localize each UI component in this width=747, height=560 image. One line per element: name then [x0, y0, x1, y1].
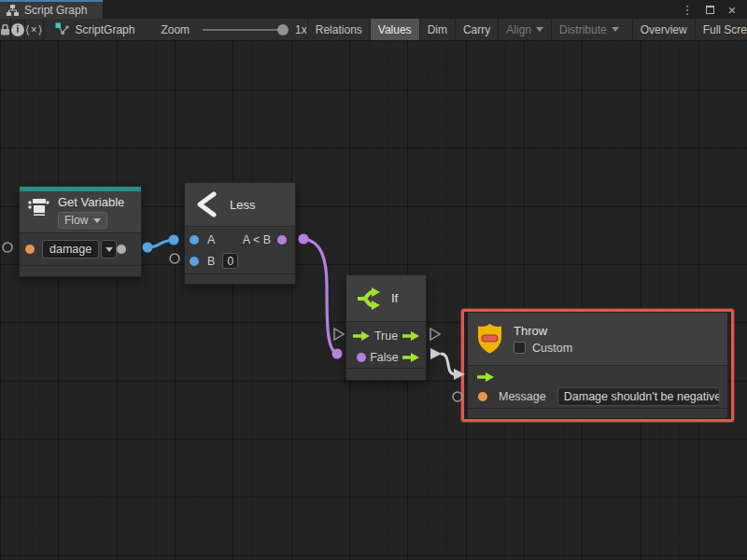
message-input-port[interactable] [478, 392, 487, 401]
result-output-port[interactable] [277, 235, 287, 245]
true-output-port[interactable] [402, 330, 419, 342]
unconnected-flow-triangle [334, 329, 344, 340]
title-bar: Script Graph ⋮ × [0, 0, 747, 19]
input-b-value-field[interactable]: 0 [222, 253, 238, 269]
variable-kind-dropdown[interactable]: Flow [58, 212, 107, 229]
zoom-slider-handle[interactable] [277, 24, 289, 35]
throw-message-row: Message Damage shouldn't be negative! [468, 385, 727, 408]
selection-highlight: Throw Custom Message Damage shou [461, 309, 734, 422]
custom-label: Custom [532, 342, 572, 355]
variable-kind-label: Flow [64, 214, 88, 227]
zoom-slider[interactable] [203, 29, 283, 31]
node-title: Throw [514, 324, 572, 338]
graph-hierarchy-icon [7, 5, 19, 16]
node-title: If [391, 291, 398, 305]
overview-button[interactable]: Overview [632, 19, 695, 40]
condition-input-port[interactable] [357, 353, 366, 362]
script-graph-window: Script Graph ⋮ × i ⟨×⟩ [0, 0, 747, 560]
throw-header: Throw Custom [468, 313, 727, 366]
variable-icon [27, 195, 50, 217]
false-output-port[interactable] [402, 352, 419, 363]
input-b-port[interactable] [190, 257, 199, 266]
values-button[interactable]: Values [370, 19, 419, 40]
input-a-label: A [207, 233, 215, 246]
align-dropdown[interactable]: Align [498, 19, 551, 40]
graph-asset-name: ScriptGraph [75, 23, 134, 36]
variable-name-port[interactable] [25, 245, 35, 254]
get-variable-body: damage [20, 233, 141, 265]
graph-asset-label: ScriptGraph [48, 19, 142, 40]
message-input[interactable]: Damage shouldn't be negative! [557, 387, 720, 406]
node-title: Less [230, 198, 255, 212]
node-footer [346, 368, 426, 380]
chevron-down-icon [612, 27, 619, 32]
output-label: A < B [243, 233, 271, 246]
if-header: If [346, 275, 426, 322]
info-button[interactable]: i [11, 19, 25, 40]
unconnected-port-ring [170, 254, 179, 263]
carry-button[interactable]: Carry [455, 19, 498, 40]
node-title: Get Variable [58, 195, 124, 209]
fullscreen-button[interactable]: Full Screen [695, 19, 747, 40]
flow-input-port[interactable] [477, 371, 494, 383]
value-output-port[interactable] [117, 245, 126, 254]
zoom-label: Zoom [161, 23, 190, 36]
less-header: Less [185, 183, 295, 227]
wire-if-to-throw [441, 354, 455, 374]
lock-icon [0, 23, 10, 35]
distribute-label: Distribute [559, 23, 607, 36]
script-graph-asset-icon [55, 22, 69, 36]
message-label: Message [499, 390, 546, 403]
relations-button[interactable]: Relations [307, 19, 370, 40]
less-than-icon [194, 191, 218, 217]
branch-icon [355, 286, 383, 312]
variable-name-dropdown-caret[interactable] [101, 240, 117, 259]
chevron-down-icon [536, 27, 543, 32]
chevron-down-icon [106, 247, 113, 252]
node-throw[interactable]: Throw Custom Message Damage shou [467, 312, 728, 419]
lock-button[interactable] [0, 19, 11, 40]
info-icon: i [11, 23, 24, 36]
true-label: True [370, 329, 402, 343]
align-label: Align [506, 23, 531, 36]
get-variable-header: Get Variable Flow [20, 191, 141, 233]
zoom-control: Zoom 1x [161, 19, 306, 40]
tab-script-graph[interactable]: Script Graph [0, 0, 103, 19]
input-b-label: B [207, 255, 215, 268]
node-footer [185, 273, 295, 284]
if-body: True False [346, 322, 426, 368]
connected-flow-triangle [430, 348, 442, 359]
close-icon[interactable]: × [725, 2, 740, 17]
graph-canvas[interactable]: Get Variable Flow damage [0, 41, 747, 560]
code-icon: ⟨×⟩ [25, 23, 43, 36]
false-label: False [366, 351, 402, 364]
zoom-value: 1x [295, 23, 307, 36]
unconnected-flow-triangle [430, 329, 440, 340]
dim-button[interactable]: Dim [419, 19, 455, 40]
variable-name-dropdown[interactable]: damage [42, 240, 99, 259]
window-controls: ⋮ × [680, 0, 747, 19]
custom-checkbox[interactable] [514, 342, 526, 354]
node-footer [468, 408, 727, 420]
input-a-port[interactable] [190, 235, 199, 245]
node-footer [20, 265, 141, 276]
node-get-variable[interactable]: Get Variable Flow damage [19, 186, 142, 277]
menu-icon[interactable]: ⋮ [680, 2, 695, 17]
node-if[interactable]: If True False [345, 274, 427, 381]
maximize-icon[interactable] [702, 2, 717, 17]
throw-flow-row [468, 366, 727, 385]
shield-icon [475, 322, 504, 356]
flow-input-port[interactable] [353, 330, 370, 342]
distribute-dropdown[interactable]: Distribute [551, 19, 627, 40]
unconnected-port-ring [3, 243, 12, 252]
node-less[interactable]: Less A A < B B 0 [184, 182, 296, 285]
wire-damage-to-a [148, 240, 174, 247]
wire-less-to-if [303, 239, 337, 354]
graph-toolbar: i ⟨×⟩ ScriptGraph Zoom 1x Rela [0, 19, 747, 41]
less-body: A A < B B 0 [185, 227, 295, 273]
chevron-down-icon [93, 218, 101, 223]
tab-title: Script Graph [24, 4, 87, 17]
code-view-button[interactable]: ⟨×⟩ [25, 19, 44, 40]
